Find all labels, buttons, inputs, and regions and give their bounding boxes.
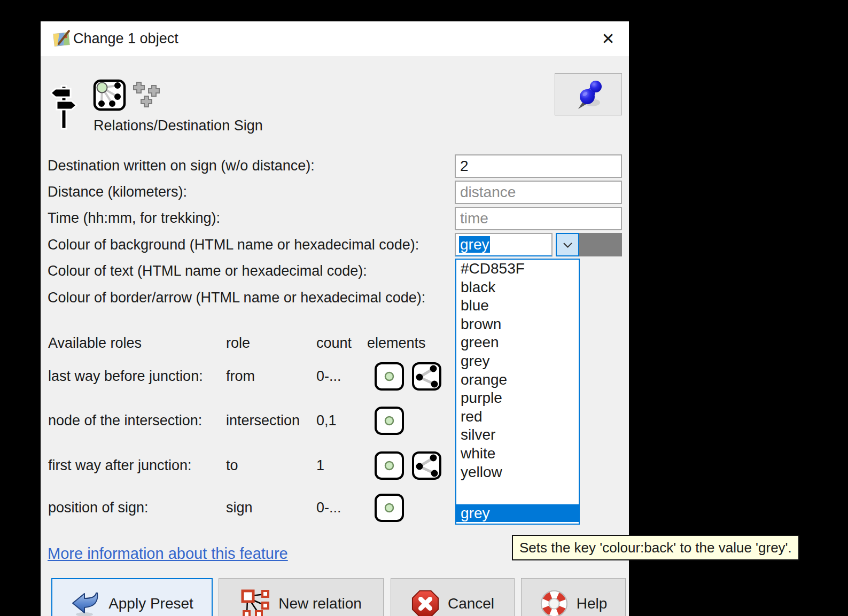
destination-input[interactable] bbox=[455, 154, 622, 178]
node-icon bbox=[374, 362, 404, 391]
role-row-count: 1 bbox=[316, 455, 324, 476]
presets-group-icon bbox=[133, 81, 161, 109]
window-title: Change 1 object bbox=[73, 21, 178, 56]
dropdown-item[interactable]: purple bbox=[456, 389, 579, 408]
chevron-down-icon bbox=[563, 243, 572, 248]
role-row-label: position of sign: bbox=[48, 497, 149, 518]
dropdown-highlighted-item[interactable]: grey bbox=[456, 504, 579, 522]
dropdown-item[interactable]: silver bbox=[456, 426, 579, 445]
time-input[interactable] bbox=[455, 207, 622, 230]
change-object-dialog: Change 1 object ✕ Relations/Destination bbox=[41, 21, 629, 616]
cancel-icon bbox=[411, 589, 440, 616]
more-information-link[interactable]: More information about this feature bbox=[48, 545, 288, 563]
field-label-colour-text: Colour of text (HTML name or hexadecimal… bbox=[48, 260, 367, 282]
node-icon bbox=[374, 406, 404, 435]
preset-name: Relations/Destination Sign bbox=[94, 118, 263, 134]
role-row-label: first way after junction: bbox=[48, 455, 192, 476]
role-row-role: sign bbox=[226, 497, 253, 518]
role-row-role: to bbox=[226, 455, 238, 476]
roles-header-count: count bbox=[316, 332, 352, 354]
role-row-count: 0,1 bbox=[316, 410, 337, 431]
way-icon bbox=[411, 451, 442, 480]
role-row-role: from bbox=[226, 365, 255, 387]
help-label: Help bbox=[577, 595, 608, 612]
role-row-count: 0-... bbox=[316, 365, 341, 387]
josm-logo-icon bbox=[52, 29, 72, 49]
roles-header-elements: elements bbox=[367, 332, 426, 354]
cancel-label: Cancel bbox=[448, 595, 494, 612]
dropdown-item[interactable]: green bbox=[456, 333, 579, 352]
field-label-distance: Distance (kilometers): bbox=[48, 181, 187, 202]
cancel-button[interactable]: Cancel bbox=[391, 578, 515, 616]
role-row-label: last way before junction: bbox=[48, 365, 203, 387]
new-relation-icon bbox=[240, 589, 270, 616]
color-dropdown-list: #CD853F black blue brown green grey oran… bbox=[455, 259, 580, 525]
dropdown-item[interactable]: brown bbox=[456, 315, 579, 334]
dropdown-item[interactable]: orange bbox=[456, 371, 579, 389]
dropdown-item[interactable]: black bbox=[456, 278, 579, 297]
node-icon bbox=[374, 493, 404, 523]
dropdown-item[interactable]: grey bbox=[456, 352, 579, 371]
role-row-label: node of the intersection: bbox=[48, 410, 202, 431]
role-row-count: 0-... bbox=[316, 497, 341, 518]
pushpin-icon bbox=[573, 78, 605, 112]
dropdown-item[interactable]: white bbox=[456, 445, 579, 463]
new-relation-label: New relation bbox=[278, 595, 362, 612]
pin-button[interactable] bbox=[555, 73, 622, 115]
combo-dropdown-button[interactable] bbox=[556, 233, 579, 256]
close-icon[interactable]: ✕ bbox=[600, 31, 616, 47]
colour-background-combo-input[interactable]: grey bbox=[455, 233, 553, 256]
grey-color-swatch bbox=[579, 233, 622, 256]
node-icon bbox=[374, 451, 404, 480]
field-label-time: Time (hh:mm, for trekking): bbox=[48, 207, 220, 229]
help-button[interactable]: Help bbox=[521, 578, 626, 616]
relation-preset-icon bbox=[93, 79, 126, 111]
dropdown-item[interactable]: blue bbox=[456, 297, 579, 315]
dropdown-item[interactable]: #CD853F bbox=[456, 260, 579, 278]
apply-arrow-icon bbox=[71, 590, 100, 616]
field-label-colour-border: Colour of border/arrow (HTML name or hex… bbox=[48, 287, 425, 308]
field-label-destination: Destination written on sign (w/o distanc… bbox=[48, 155, 315, 176]
combo-selected-text: grey bbox=[459, 236, 490, 253]
help-lifebuoy-icon bbox=[540, 589, 569, 616]
dropdown-item[interactable]: yellow bbox=[456, 463, 579, 482]
roles-header-available: Available roles bbox=[48, 332, 142, 354]
field-label-colour-background: Colour of background (HTML name or hexad… bbox=[48, 234, 419, 255]
tooltip: Sets the key 'colour:back' to the value … bbox=[512, 535, 799, 560]
titlebar: Change 1 object ✕ bbox=[41, 21, 629, 56]
distance-input[interactable] bbox=[455, 181, 622, 204]
way-icon bbox=[411, 362, 442, 391]
dropdown-item[interactable]: red bbox=[456, 408, 579, 426]
apply-preset-button[interactable]: Apply Preset bbox=[51, 578, 213, 616]
signpost-icon bbox=[49, 84, 78, 130]
roles-header-role: role bbox=[226, 332, 250, 354]
role-row-role: intersection bbox=[226, 410, 300, 431]
apply-preset-label: Apply Preset bbox=[108, 595, 193, 612]
new-relation-button[interactable]: New relation bbox=[219, 578, 384, 616]
